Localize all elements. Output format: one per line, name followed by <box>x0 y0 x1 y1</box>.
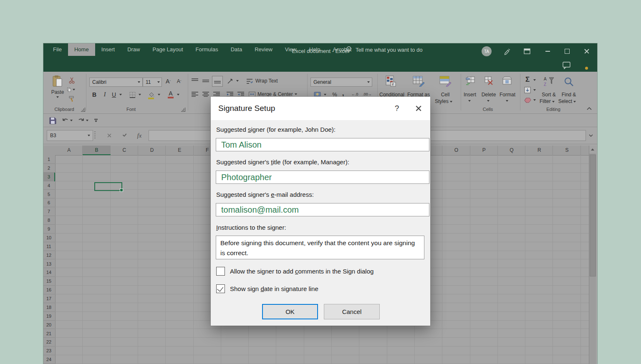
suggested-signer-input[interactable] <box>216 138 429 151</box>
delete-cells-button[interactable] <box>483 76 494 86</box>
align-bottom-button[interactable] <box>212 76 223 87</box>
number-format-combo[interactable]: General <box>310 78 372 87</box>
copy-button[interactable] <box>67 86 75 93</box>
vertical-scrollbar[interactable] <box>589 146 596 364</box>
row-header-14[interactable]: 14 <box>43 268 54 277</box>
cancel-entry-button[interactable] <box>104 131 114 141</box>
row-header-2[interactable]: 2 <box>43 164 54 173</box>
dialog-title-bar[interactable]: Signature Setup ? <box>211 97 430 120</box>
format-cells-button[interactable] <box>502 76 512 86</box>
font-color-button[interactable]: A <box>166 89 175 99</box>
align-middle-button[interactable] <box>201 77 210 85</box>
font-name-combo[interactable]: Calibri <box>89 78 143 87</box>
cell-styles-button[interactable] <box>439 75 452 88</box>
row-header-15[interactable]: 15 <box>43 277 54 286</box>
row-header-16[interactable]: 16 <box>43 286 54 294</box>
row-header-4[interactable]: 4 <box>43 181 54 190</box>
autosum-button[interactable]: Σ <box>522 75 532 84</box>
column-header-Q[interactable]: Q <box>498 146 525 155</box>
font-dialog-launcher[interactable] <box>181 108 185 112</box>
row-header-5[interactable]: 5 <box>43 190 54 199</box>
column-header-D[interactable]: D <box>138 146 166 155</box>
ribbon-tab-insert[interactable]: Insert <box>95 43 121 56</box>
ribbon-tab-help[interactable]: Help <box>303 43 327 56</box>
ribbon-tab-formulas[interactable]: Formulas <box>189 43 225 56</box>
row-header-24[interactable]: 24 <box>43 355 54 364</box>
cut-button[interactable] <box>68 77 76 84</box>
column-header-S[interactable]: S <box>553 146 580 155</box>
format-painter-button[interactable] <box>68 95 76 103</box>
row-header-10[interactable]: 10 <box>43 233 54 242</box>
ok-button[interactable]: OK <box>262 304 318 319</box>
row-header-8[interactable]: 8 <box>43 216 54 225</box>
row-header-13[interactable]: 13 <box>43 260 54 269</box>
borders-button[interactable] <box>128 90 137 99</box>
clipboard-dialog-launcher[interactable] <box>81 108 85 112</box>
dialog-close-button[interactable] <box>407 97 430 120</box>
redo-button[interactable] <box>77 116 85 125</box>
ribbon-tab-file[interactable]: File <box>47 43 68 56</box>
ribbon-tab-data[interactable]: Data <box>225 43 248 56</box>
underline-button[interactable]: U <box>110 90 118 99</box>
fill-color-button[interactable] <box>147 90 156 99</box>
instructions-textarea[interactable]: Before signing this document, verify tha… <box>216 236 424 259</box>
show-sign-date-checkbox-box[interactable] <box>216 284 225 293</box>
column-header-C[interactable]: C <box>111 146 138 155</box>
ribbon-tab-view[interactable]: View <box>279 43 303 56</box>
row-header-3[interactable]: 3 <box>43 173 55 181</box>
column-header-O[interactable]: O <box>442 146 470 155</box>
row-header-21[interactable]: 21 <box>43 329 54 338</box>
row-header-6[interactable]: 6 <box>43 198 54 207</box>
sort-filter-button[interactable]: AZ <box>543 76 555 88</box>
ink-pen-icon[interactable] <box>502 46 512 56</box>
ribbon-tab-home[interactable]: Home <box>68 43 95 56</box>
row-header-20[interactable]: 20 <box>43 321 54 329</box>
row-header-9[interactable]: 9 <box>43 225 54 233</box>
allow-comments-checkbox-box[interactable] <box>216 267 225 276</box>
align-center-button[interactable] <box>201 90 210 98</box>
row-header-12[interactable]: 12 <box>43 251 54 260</box>
find-select-button[interactable] <box>563 76 575 88</box>
insert-cells-button[interactable] <box>465 76 476 86</box>
align-top-button[interactable] <box>190 77 199 85</box>
column-header-B[interactable]: B <box>83 146 110 155</box>
close-button[interactable] <box>582 46 592 56</box>
row-header-19[interactable]: 19 <box>43 312 54 321</box>
row-header-7[interactable]: 7 <box>43 207 54 216</box>
row-header-17[interactable]: 17 <box>43 294 54 303</box>
customize-qat-button[interactable] <box>93 116 99 125</box>
orientation-button[interactable] <box>225 77 235 85</box>
column-header-A[interactable]: A <box>55 146 83 155</box>
ribbon-display-options-icon[interactable] <box>522 46 532 56</box>
increase-font-button[interactable]: Aˆ <box>164 77 173 86</box>
dialog-help-button[interactable]: ? <box>387 97 407 120</box>
format-as-table-button[interactable] <box>412 75 425 88</box>
fill-button[interactable] <box>522 86 532 94</box>
maximize-button[interactable] <box>562 46 572 56</box>
ribbon-tab-page-layout[interactable]: Page Layout <box>146 43 189 56</box>
italic-button[interactable]: I <box>101 90 109 99</box>
row-header-18[interactable]: 18 <box>43 303 54 312</box>
row-header-1[interactable]: 1 <box>43 155 54 164</box>
conditional-formatting-button[interactable]: ≠ <box>385 75 397 88</box>
tell-me-box[interactable]: Tell me what you want to do <box>346 43 422 56</box>
fill-handle[interactable] <box>120 188 123 192</box>
row-header-23[interactable]: 23 <box>43 346 54 355</box>
allow-comments-checkbox[interactable]: Allow the signer to add comments in the … <box>216 267 373 276</box>
cancel-button[interactable]: Cancel <box>324 304 380 319</box>
wrap-text-button[interactable]: Wrap Text <box>246 77 292 85</box>
scroll-up-arrow[interactable] <box>589 146 596 154</box>
row-header-22[interactable]: 22 <box>43 338 54 346</box>
ribbon-tab-draw[interactable]: Draw <box>121 43 146 56</box>
row-header-11[interactable]: 11 <box>43 242 54 251</box>
decrease-font-button[interactable]: Aˇ <box>174 77 184 86</box>
insert-function-button[interactable]: fx <box>134 131 144 141</box>
account-avatar[interactable]: TA <box>482 46 492 56</box>
save-button[interactable] <box>48 116 57 125</box>
undo-button[interactable] <box>61 116 69 125</box>
column-header-E[interactable]: E <box>166 146 193 155</box>
ribbon-tab-review[interactable]: Review <box>248 43 279 56</box>
selected-cell-b3[interactable] <box>94 182 122 191</box>
column-header-R[interactable]: R <box>525 146 553 155</box>
collapse-ribbon-button[interactable] <box>585 105 593 112</box>
